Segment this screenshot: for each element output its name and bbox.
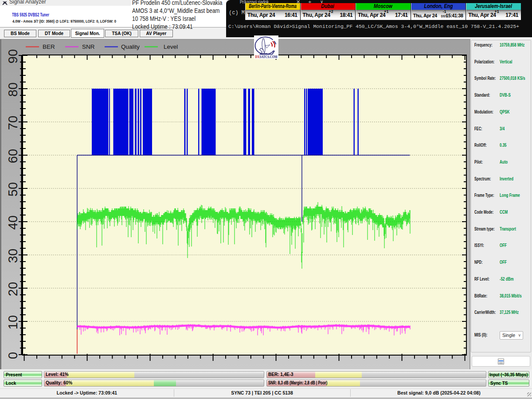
svg-text:20: 20 [6, 282, 20, 296]
svg-text:DXSATCS.COM: DXSATCS.COM [255, 55, 278, 59]
svg-text:0: 0 [6, 352, 20, 359]
svg-text:Quality: Quality [121, 43, 140, 50]
svg-text:70: 70 [6, 116, 20, 130]
svg-text:30: 30 [6, 249, 20, 263]
svg-text:50: 50 [6, 182, 20, 196]
svg-text:BER: BER [43, 43, 55, 50]
svg-text:90: 90 [6, 49, 20, 63]
svg-text:SNR: SNR [82, 43, 95, 50]
svg-text:10: 10 [6, 315, 20, 329]
svg-text:40: 40 [6, 215, 20, 230]
svg-text:80: 80 [6, 82, 20, 97]
svg-text:Level: Level [164, 43, 178, 50]
svg-text:60: 60 [6, 149, 20, 163]
